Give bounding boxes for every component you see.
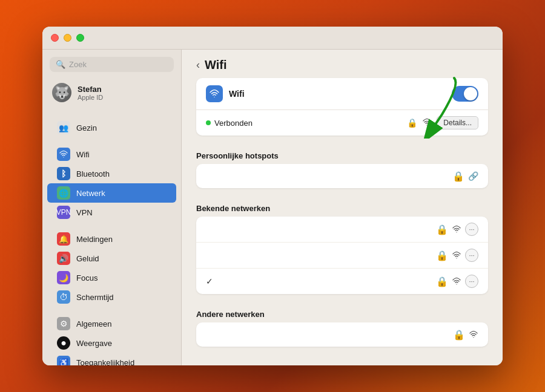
fullscreen-button[interactable]: [76, 34, 84, 42]
avatar: 🐺: [52, 83, 71, 102]
other-network-row-1: 🔒: [196, 322, 488, 347]
minimize-button[interactable]: [64, 34, 71, 42]
netwerk-icon: 🌐: [57, 186, 70, 200]
connected-status: Verbonden: [206, 119, 253, 128]
checkmark-icon: ✓: [206, 276, 213, 286]
main-body: Wifi Verbonden 🔒: [182, 78, 503, 365]
hotspots-section: 🔒 🔗: [196, 164, 488, 188]
sidebar-item-label-meldingen: Meldingen: [76, 235, 113, 244]
lock-icon: 🔒: [407, 118, 417, 128]
known-network-row-1: 🔒 ···: [196, 217, 488, 243]
wifi-toggle[interactable]: [452, 86, 478, 102]
search-bar[interactable]: 🔍 Zoek: [50, 57, 174, 72]
known-networks-header: Bekende netwerken: [196, 198, 488, 217]
known-network-row-2: 🔒 ···: [196, 243, 488, 269]
search-placeholder: Zoek: [69, 60, 87, 69]
wifi-section: Wifi Verbonden 🔒: [196, 78, 488, 136]
gezin-icon: 👥: [57, 121, 70, 134]
bluetooth-icon: ᛒ: [57, 167, 70, 180]
back-button[interactable]: ‹: [196, 59, 200, 71]
sidebar-item-vpn[interactable]: VPN VPN: [47, 203, 176, 222]
wifi-header: Wifi: [196, 78, 488, 110]
focus-icon: 🌙: [57, 271, 70, 284]
sidebar-item-netwerk[interactable]: 🌐 Netwerk: [47, 183, 176, 203]
sidebar-item-label-toegankelijkheid: Toegankelijkheid: [76, 358, 134, 366]
lock-icon-3: 🔒: [436, 276, 448, 287]
other-network-row-1-right: 🔒: [453, 329, 478, 341]
sidebar-item-label-focus: Focus: [76, 273, 97, 283]
lock-icon-1: 🔒: [436, 224, 448, 235]
weergave-icon: ●: [57, 336, 70, 350]
dots-button-1[interactable]: ···: [465, 223, 478, 236]
window-content: 🔍 Zoek 🐺 Stefan Apple ID 👥 Gezin: [42, 50, 503, 365]
details-button[interactable]: Details...: [437, 116, 478, 129]
schermtijd-icon: ⏱: [57, 290, 70, 304]
sidebar-item-algemeen[interactable]: ⚙ Algemeen: [47, 314, 176, 333]
sidebar-item-label-algemeen: Algemeen: [76, 319, 112, 328]
other-networks-header: Andere netwerken: [196, 304, 488, 322]
sidebar-item-wifi[interactable]: Wifi: [47, 145, 176, 164]
user-subtitle: Apple ID: [78, 94, 103, 101]
signal-icon-3: [452, 277, 461, 286]
dots-button-3[interactable]: ···: [465, 275, 478, 288]
wifi-status-row: Verbonden 🔒 Details...: [196, 110, 488, 136]
sidebar-item-label-vpn: VPN: [76, 208, 93, 217]
hotspot-link-icon: 🔗: [468, 171, 478, 181]
sidebar-item-label-bluetooth: Bluetooth: [76, 169, 110, 178]
titlebar: [42, 27, 503, 50]
algemeen-icon: ⚙: [57, 317, 70, 330]
hotspot-lock-icon: 🔒: [452, 171, 464, 182]
known-network-row-1-right: 🔒 ···: [436, 223, 478, 236]
wifi-header-left: Wifi: [206, 85, 245, 102]
geluid-icon: 🔊: [57, 252, 70, 265]
meldingen-icon: 🔔: [57, 232, 70, 246]
signal-icon-2: [452, 251, 461, 260]
known-network-row-3: ✓ 🔒 ···: [196, 269, 488, 294]
user-info: Stefan Apple ID: [78, 85, 103, 101]
close-button[interactable]: [51, 34, 59, 42]
sidebar: 🔍 Zoek 🐺 Stefan Apple ID 👥 Gezin: [42, 50, 182, 365]
wifi-actions: 🔒 Details...: [407, 116, 478, 129]
known-network-row-3-right: 🔒 ···: [436, 275, 478, 288]
hotspot-row: 🔒 🔗: [196, 164, 488, 188]
sidebar-item-schermtijd[interactable]: ⏱ Schermtijd: [47, 287, 176, 307]
sidebar-item-geluid[interactable]: 🔊 Geluid: [47, 249, 176, 268]
sidebar-item-label-netwerk: Netwerk: [76, 189, 105, 198]
signal-icon: [422, 118, 432, 128]
dots-button-2[interactable]: ···: [465, 249, 478, 262]
settings-window: 🔍 Zoek 🐺 Stefan Apple ID 👥 Gezin: [42, 27, 503, 365]
known-networks-section: 🔒 ··· 🔒: [196, 217, 488, 294]
known-network-row-2-right: 🔒 ···: [436, 249, 478, 262]
lock-icon-2: 🔒: [436, 250, 448, 261]
sidebar-user[interactable]: 🐺 Stefan Apple ID: [42, 79, 181, 106]
wifi-big-icon: [206, 85, 223, 102]
signal-icon-other: [469, 330, 478, 339]
sidebar-item-toegankelijkheid[interactable]: ♿ Toegankelijkheid: [47, 353, 176, 365]
wifi-icon: [57, 148, 70, 161]
connected-dot: [206, 120, 211, 125]
user-name: Stefan: [78, 85, 103, 94]
vpn-icon: VPN: [57, 206, 70, 219]
other-networks-section: 🔒: [196, 322, 488, 347]
sidebar-item-label-schermtijd: Schermtijd: [76, 293, 113, 302]
page-header: ‹ Wifi: [182, 50, 503, 78]
wifi-section-title: Wifi: [229, 89, 245, 99]
toegankelijkheid-icon: ♿: [57, 356, 70, 365]
signal-icon-1: [452, 225, 461, 234]
hotspots-section-header: Persoonlijke hotspots: [196, 145, 488, 164]
sidebar-item-label: Gezin: [76, 123, 97, 132]
sidebar-item-weergave[interactable]: ● Weergave: [47, 333, 176, 353]
sidebar-item-label-geluid: Geluid: [76, 254, 99, 263]
sidebar-item-focus[interactable]: 🌙 Focus: [47, 268, 176, 287]
main-content: ‹ Wifi: [182, 50, 503, 365]
sidebar-item-label-weergave: Weergave: [76, 339, 112, 348]
page-title: Wifi: [205, 58, 226, 72]
sidebar-item-bluetooth[interactable]: ᛒ Bluetooth: [47, 164, 176, 183]
hotspot-row-right: 🔒 🔗: [452, 171, 478, 182]
sidebar-item-meldingen[interactable]: 🔔 Meldingen: [47, 229, 176, 249]
connected-label: Verbonden: [214, 119, 253, 128]
sidebar-item-gezin[interactable]: 👥 Gezin: [47, 118, 176, 137]
sidebar-item-label-wifi: Wifi: [76, 150, 90, 159]
lock-icon-other: 🔒: [453, 329, 465, 341]
search-icon: 🔍: [56, 60, 65, 69]
